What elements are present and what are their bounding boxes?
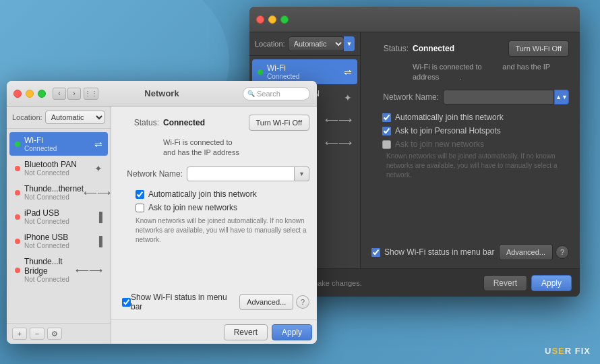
front-revert-button[interactable]: Revert [224,324,268,340]
front-maximize-button[interactable] [38,90,46,98]
front-sidebar: Location: Automatic Wi-Fi Connected ⇌ [7,107,111,344]
front-location-label: Location: [12,113,42,121]
front-ipad-status: Not Connected [24,218,96,225]
dark-join-new-checkbox [382,140,391,149]
forward-button[interactable]: › [67,88,81,100]
front-network-name-label: Network Name: [122,169,183,179]
front-net-item-iphoneusb[interactable]: iPhone USB Not Connected ▐ [9,229,108,253]
dark-status-description: Wi-Fi is connected to and has the IPaddr… [413,62,569,83]
dark-auto-join-checkbox[interactable] [382,113,391,122]
front-wifi-dot [15,142,20,147]
minimize-button[interactable] [268,16,276,24]
dark-titlebar-buttons [256,16,289,24]
dark-status-row: Status: Connected Turn Wi-Fi Off [371,40,569,57]
dark-auto-join-label: Automatically join this network [395,113,504,122]
front-show-wifi-checkbox[interactable] [122,298,131,307]
front-network-name-row: Network Name: ▼ [122,166,309,181]
dark-apply-button[interactable]: Apply [531,275,572,291]
maximize-button[interactable] [280,16,289,24]
front-iphone-name: iPhone USB [24,233,96,242]
dark-wifi-icon: ⇌ [344,67,352,78]
back-button[interactable]: ‹ [53,88,66,100]
watermark-prefix: U [545,346,551,356]
front-net-item-ipadusb[interactable]: iPad USB Not Connected ▐ [9,205,108,229]
dark-auto-join-row: Automatically join this network [382,113,569,122]
dark-revert-button[interactable]: Revert [483,275,527,291]
front-minimize-button[interactable] [26,90,34,98]
front-bridge-name: Thunde...lt Bridge [24,257,76,276]
front-ipad-name: iPad USB [24,208,96,218]
front-status-description: Wi-Fi is connected toand has the IP addr… [163,138,309,158]
dark-network-name-arrow[interactable]: ▲▼ [554,90,569,104]
dark-advanced-button[interactable]: Advanced... [499,244,553,260]
watermark: USER FIX [545,346,591,356]
front-search-box[interactable]: Search [243,87,310,100]
dark-location-select[interactable]: Automatic [288,36,344,51]
watermark-suffix: R FIX [565,346,591,356]
nav-arrows: ‹ › [53,88,81,100]
add-network-button[interactable]: + [12,328,27,340]
front-network-window: ‹ › ⋮⋮ Network Search Location: Automati… [7,81,317,344]
dark-show-wifi-checkbox[interactable] [371,248,380,257]
front-help-button[interactable]: ? [296,295,309,309]
dark-status-value: Connected [413,44,454,53]
front-footer: Revert Apply [111,320,317,344]
front-bt-status: Not Connected [24,169,94,177]
dark-eth-icon: ⟵⟶ [325,115,352,125]
dark-personal-hotspots-row: Ask to join Personal Hotspots [382,126,569,135]
front-turn-wifi-off-button[interactable]: Turn Wi-Fi Off [249,115,309,131]
front-wifi-name: Wi-Fi [24,135,94,145]
front-status-label: Status: [122,118,159,127]
front-join-new-label: Ask to join new networks [148,203,237,212]
front-auto-join-row: Automatically join this network [136,189,309,199]
front-network-name-input[interactable] [187,166,295,181]
front-ipad-icon: ▐ [96,212,102,222]
front-bridge-icon: ⟵⟶ [76,265,102,276]
front-wifi-status: Connected [24,145,94,152]
front-net-item-wifi[interactable]: Wi-Fi Connected ⇌ [9,132,108,156]
dark-wifi-name: Wi-Fi [267,63,344,73]
front-net-item-bridge[interactable]: Thunde...lt Bridge Not Connected ⟵⟶ [9,253,108,286]
dark-show-wifi-label: Show Wi-Fi status in menu bar [384,247,494,257]
front-wifi-icon: ⇌ [94,139,102,150]
front-bridge-dot [15,268,20,273]
front-join-new-checkbox[interactable] [136,204,144,212]
front-advanced-button[interactable]: Advanced... [239,294,293,310]
front-teth-status: Not Connected [24,193,84,201]
remove-network-button[interactable]: − [30,328,44,340]
front-bottom-row: Show Wi-Fi status in menu bar Advanced..… [122,293,309,311]
front-close-button[interactable] [13,90,22,98]
front-network-name-dropdown[interactable]: ▼ [295,166,309,181]
front-net-list: Wi-Fi Connected ⇌ Bluetooth PAN Not Conn… [7,129,111,323]
grid-button[interactable]: ⋮⋮ [84,88,98,100]
dark-location-arrow[interactable]: ▼ [344,36,355,51]
front-apply-button[interactable]: Apply [272,324,312,340]
dark-location-label: Location: [255,40,285,48]
front-ipad-dot [15,214,20,220]
settings-network-button[interactable]: ⚙ [47,328,62,340]
watermark-highlight: SE [551,346,564,356]
dark-status-label: Status: [371,44,409,53]
front-net-item-bluetooth[interactable]: Bluetooth PAN Not Connected ✦ [9,156,108,180]
dark-bt-icon: ✦ [344,92,352,103]
front-teth-dot [15,190,20,195]
dark-main-content: Status: Connected Turn Wi-Fi Off Wi-Fi i… [361,32,580,268]
front-net-item-thunderethernet[interactable]: Thunde...thernet Not Connected ⟵⟶ [9,181,108,204]
front-sidebar-footer: + − ⚙ [7,323,111,344]
dark-bottom-row: Show Wi-Fi status in menu bar Advanced..… [371,244,569,260]
close-button[interactable] [256,16,264,24]
front-bt-name: Bluetooth PAN [24,160,94,169]
dark-show-wifi-row: Show Wi-Fi status in menu bar [371,247,494,257]
dark-location-bar: Location: Automatic ▼ [249,32,360,56]
dark-network-name-input[interactable] [443,90,554,104]
front-location-bar: Location: Automatic [7,107,111,129]
dark-personal-hotspots-checkbox[interactable] [382,127,391,135]
front-location-select[interactable]: Automatic [45,111,105,124]
front-join-new-desc: Known networks will be joined automatica… [136,216,309,245]
front-titlebar-title: Network [144,88,179,98]
dark-help-button[interactable]: ? [556,245,569,259]
front-status-row: Status: Connected Turn Wi-Fi Off [122,115,309,131]
dark-turn-wifi-off-button[interactable]: Turn Wi-Fi Off [508,40,569,57]
front-auto-join-checkbox[interactable] [136,190,144,199]
front-teth-icon: ⟵⟶ [84,187,111,198]
